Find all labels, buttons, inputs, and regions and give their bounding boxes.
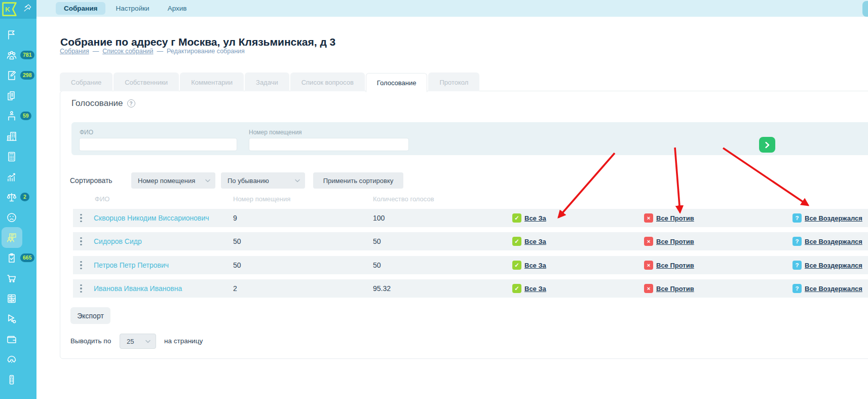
votes-count-value: 50: [373, 232, 381, 250]
all-for-link[interactable]: ✓Все За: [512, 232, 546, 250]
owner-name-link[interactable]: Сидоров Сидр: [94, 232, 142, 250]
top-tab-собрания[interactable]: Собрания: [56, 2, 105, 15]
sidebar-item-analytics[interactable]: [0, 167, 36, 187]
fio-label: ФИО: [80, 129, 93, 136]
sidebar-item-residents[interactable]: 781: [0, 45, 36, 65]
table-row: Петров Петр Петрович5050✓Все За×Все Прот…: [73, 256, 868, 274]
breadcrumb: Собрания—Список собраний—Редактирование …: [60, 48, 245, 55]
pin-icon[interactable]: [23, 3, 32, 13]
all-abstain-link[interactable]: ?Все Воздержался: [792, 279, 862, 298]
all-against-label: Все Против: [656, 285, 694, 293]
sidebar-item-calculator[interactable]: [0, 147, 36, 167]
all-for-link[interactable]: ✓Все За: [512, 256, 546, 274]
breadcrumb-item[interactable]: Список собраний: [102, 48, 153, 55]
tab-собственники[interactable]: Собственники: [114, 72, 179, 91]
wallet-icon: [6, 333, 18, 345]
shopping-cart-icon: [6, 272, 18, 284]
sidebar-badge-reception: 59: [20, 112, 31, 120]
tab-список-вопросов[interactable]: Список вопросов: [290, 72, 365, 91]
sidebar-item-mobile[interactable]: [0, 370, 36, 390]
check-icon: ✓: [512, 237, 521, 246]
all-against-link[interactable]: ×Все Против: [644, 209, 694, 227]
owner-name-link[interactable]: Иванова Иванка Ивановна: [94, 279, 182, 298]
filter-bar: ФИО Номер помещения: [71, 122, 868, 155]
tab-задачи[interactable]: Задачи: [245, 72, 289, 91]
all-abstain-link[interactable]: ?Все Воздержался: [792, 232, 862, 250]
all-against-link[interactable]: ×Все Против: [644, 256, 694, 274]
document-edit-icon: [6, 69, 18, 82]
fio-input[interactable]: [79, 138, 237, 151]
breadcrumb-separator: —: [93, 48, 99, 55]
row-menu-icon[interactable]: [77, 279, 85, 298]
people-group-icon: [6, 49, 18, 61]
mobile-remote-icon: [6, 374, 18, 386]
all-for-link[interactable]: ✓Все За: [512, 209, 546, 227]
all-for-label: Все За: [524, 262, 546, 269]
sidebar-item-flag[interactable]: [0, 25, 36, 45]
top-tab-архив[interactable]: Архив: [160, 2, 195, 15]
app-window: { "app": { "logo_text": "K", "top_tabs":…: [0, 0, 868, 399]
help-icon[interactable]: ?: [127, 99, 135, 107]
all-against-label: Все Против: [656, 262, 694, 269]
breadcrumb-item[interactable]: Собрания: [60, 48, 89, 55]
per-page-select[interactable]: 25: [120, 334, 156, 349]
page-title: Собрание по адресу г Москва, ул Клязьмин…: [60, 36, 335, 48]
all-against-link[interactable]: ×Все Против: [644, 279, 694, 298]
sidebar-item-accounting[interactable]: [0, 288, 36, 309]
top-tab-настройки[interactable]: Настройки: [107, 2, 157, 15]
tab-голосование[interactable]: Голосование: [366, 73, 428, 92]
tab-собрание[interactable]: Собрание: [60, 72, 112, 91]
tab-комментарии[interactable]: Комментарии: [180, 72, 244, 91]
tab-протокол[interactable]: Протокол: [428, 72, 479, 91]
all-for-link[interactable]: ✓Все За: [512, 279, 546, 298]
sidebar-item-tasks[interactable]: 665: [0, 248, 36, 268]
question-icon: ?: [792, 237, 802, 246]
x-icon: ×: [644, 284, 653, 293]
room-number-input[interactable]: [249, 138, 409, 151]
sidebar-item-complaints[interactable]: [0, 207, 36, 228]
export-button[interactable]: Экспорт: [70, 307, 110, 324]
support-icon: [6, 394, 18, 399]
sidebar-item-documents[interactable]: [0, 86, 36, 106]
chart-growth-icon: [6, 171, 18, 183]
x-icon: ×: [644, 237, 653, 246]
all-for-label: Все За: [524, 238, 546, 245]
all-against-link[interactable]: ×Все Против: [644, 232, 694, 250]
sidebar-item-wallet[interactable]: [0, 329, 36, 349]
row-menu-icon[interactable]: [77, 256, 85, 274]
filter-submit-button[interactable]: [759, 137, 775, 153]
all-against-label: Все Против: [656, 214, 694, 222]
sort-field-select[interactable]: Номер помещения: [131, 172, 215, 189]
all-for-label: Все За: [524, 214, 546, 222]
sidebar-item-reception[interactable]: 59: [0, 106, 36, 126]
all-for-label: Все За: [524, 285, 546, 293]
sidebar-nav: 781298592665: [0, 19, 36, 399]
all-abstain-label: Все Воздержался: [805, 285, 862, 293]
sidebar-item-meetings[interactable]: [0, 228, 36, 248]
all-abstain-link[interactable]: ?Все Воздержался: [792, 256, 862, 274]
app-logo[interactable]: K: [2, 2, 18, 17]
sidebar-item-phone[interactable]: [0, 349, 36, 370]
sort-direction-select[interactable]: По убыванию: [221, 172, 305, 189]
sidebar-item-support[interactable]: [0, 390, 36, 399]
row-menu-icon[interactable]: [77, 209, 85, 227]
all-abstain-link[interactable]: ?Все Воздержался: [792, 209, 862, 227]
sidebar-badge-legal: 2: [20, 193, 29, 201]
sort-label: Сортировать: [70, 172, 112, 189]
sidebar-item-purchases[interactable]: [0, 268, 36, 288]
sidebar-item-cursor[interactable]: [0, 309, 36, 329]
building-icon: [6, 130, 18, 142]
votes-count-value: 50: [373, 256, 381, 274]
per-page-prefix: Выводить по: [70, 334, 111, 349]
sidebar-item-buildings[interactable]: [0, 126, 36, 147]
row-menu-icon[interactable]: [77, 232, 85, 250]
owner-name-link[interactable]: Скворцов Никодим Виссарионович: [94, 209, 209, 227]
x-icon: ×: [644, 261, 653, 270]
scroll-indicator[interactable]: [862, 1, 868, 17]
owner-name-link[interactable]: Петров Петр Петрович: [94, 256, 169, 274]
sidebar-item-legal[interactable]: 2: [0, 187, 36, 207]
chevron-right-icon: [764, 141, 771, 149]
apply-sort-button[interactable]: Применить сортировку: [313, 172, 403, 189]
cursor-pointer-icon: [6, 313, 18, 325]
sidebar-item-requests[interactable]: 298: [0, 65, 36, 86]
